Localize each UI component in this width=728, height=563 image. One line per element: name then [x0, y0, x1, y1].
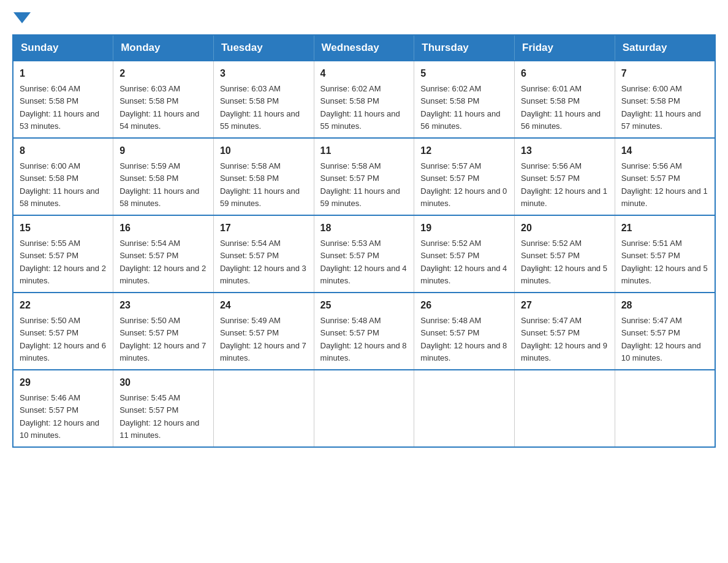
calendar-cell: 25 Sunrise: 5:48 AMSunset: 5:57 PMDaylig…: [314, 293, 414, 370]
calendar-cell: 19 Sunrise: 5:52 AMSunset: 5:57 PMDaylig…: [414, 215, 515, 293]
day-number: 9: [119, 144, 207, 158]
day-info: Sunrise: 5:54 AMSunset: 5:57 PMDaylight:…: [220, 239, 306, 285]
day-number: 23: [119, 298, 207, 313]
day-number: 8: [20, 144, 107, 158]
day-info: Sunrise: 5:50 AMSunset: 5:57 PMDaylight:…: [20, 316, 106, 362]
day-info: Sunrise: 6:02 AMSunset: 5:58 PMDaylight:…: [320, 84, 400, 131]
day-info: Sunrise: 5:46 AMSunset: 5:57 PMDaylight:…: [20, 393, 99, 440]
calendar-cell: 13 Sunrise: 5:56 AMSunset: 5:57 PMDaylig…: [515, 138, 615, 215]
calendar-cell: 12 Sunrise: 5:57 AMSunset: 5:57 PMDaylig…: [414, 138, 515, 215]
day-number: 27: [521, 298, 609, 313]
calendar-week-row: 1 Sunrise: 6:04 AMSunset: 5:58 PMDayligh…: [13, 61, 715, 138]
day-number: 20: [521, 221, 609, 236]
day-info: Sunrise: 6:02 AMSunset: 5:58 PMDaylight:…: [420, 84, 500, 131]
day-number: 22: [20, 298, 107, 313]
calendar-cell: 7 Sunrise: 6:00 AMSunset: 5:58 PMDayligh…: [615, 61, 715, 138]
header-wednesday: Wednesday: [314, 35, 414, 61]
day-info: Sunrise: 5:54 AMSunset: 5:57 PMDaylight:…: [119, 239, 206, 285]
day-info: Sunrise: 6:03 AMSunset: 5:58 PMDaylight:…: [220, 84, 300, 131]
day-info: Sunrise: 5:50 AMSunset: 5:57 PMDaylight:…: [119, 316, 206, 362]
calendar-week-row: 15 Sunrise: 5:55 AMSunset: 5:57 PMDaylig…: [13, 215, 715, 293]
day-info: Sunrise: 6:04 AMSunset: 5:58 PMDaylight:…: [20, 84, 99, 131]
day-info: Sunrise: 5:47 AMSunset: 5:57 PMDaylight:…: [621, 316, 701, 362]
calendar-cell: 16 Sunrise: 5:54 AMSunset: 5:57 PMDaylig…: [113, 215, 214, 293]
calendar-cell: 1 Sunrise: 6:04 AMSunset: 5:58 PMDayligh…: [13, 61, 113, 138]
calendar-cell: 18 Sunrise: 5:53 AMSunset: 5:57 PMDaylig…: [314, 215, 414, 293]
day-number: 4: [320, 66, 408, 81]
day-number: 29: [20, 375, 107, 390]
day-info: Sunrise: 6:03 AMSunset: 5:58 PMDaylight:…: [119, 84, 199, 131]
day-number: 1: [20, 66, 107, 81]
day-number: 16: [119, 221, 207, 236]
day-info: Sunrise: 5:58 AMSunset: 5:58 PMDaylight:…: [220, 161, 300, 208]
calendar-cell: 24 Sunrise: 5:49 AMSunset: 5:57 PMDaylig…: [213, 293, 314, 370]
day-number: 15: [20, 221, 107, 236]
calendar-cell: 8 Sunrise: 6:00 AMSunset: 5:58 PMDayligh…: [13, 138, 113, 215]
logo: [12, 12, 32, 25]
day-number: 26: [420, 298, 508, 313]
day-info: Sunrise: 6:00 AMSunset: 5:58 PMDaylight:…: [20, 161, 99, 208]
calendar-cell: 4 Sunrise: 6:02 AMSunset: 5:58 PMDayligh…: [314, 61, 414, 138]
day-number: 5: [420, 66, 508, 81]
day-number: 6: [521, 66, 609, 81]
day-number: 10: [220, 144, 308, 158]
header-tuesday: Tuesday: [213, 35, 314, 61]
header-monday: Monday: [113, 35, 214, 61]
day-info: Sunrise: 5:49 AMSunset: 5:57 PMDaylight:…: [220, 316, 306, 362]
calendar-cell: 2 Sunrise: 6:03 AMSunset: 5:58 PMDayligh…: [113, 61, 214, 138]
calendar-cell: 28 Sunrise: 5:47 AMSunset: 5:57 PMDaylig…: [615, 293, 715, 370]
calendar-cell: 23 Sunrise: 5:50 AMSunset: 5:57 PMDaylig…: [113, 293, 214, 370]
day-info: Sunrise: 5:58 AMSunset: 5:57 PMDaylight:…: [320, 161, 400, 208]
calendar-cell: 14 Sunrise: 5:56 AMSunset: 5:57 PMDaylig…: [615, 138, 715, 215]
day-info: Sunrise: 5:47 AMSunset: 5:57 PMDaylight:…: [521, 316, 607, 362]
day-info: Sunrise: 6:00 AMSunset: 5:58 PMDaylight:…: [621, 84, 701, 131]
calendar-cell: 26 Sunrise: 5:48 AMSunset: 5:57 PMDaylig…: [414, 293, 515, 370]
day-info: Sunrise: 5:59 AMSunset: 5:58 PMDaylight:…: [119, 161, 199, 208]
day-info: Sunrise: 6:01 AMSunset: 5:58 PMDaylight:…: [521, 84, 601, 131]
day-number: 25: [320, 298, 408, 313]
day-number: 7: [621, 66, 708, 81]
day-number: 13: [521, 144, 609, 158]
day-number: 24: [220, 298, 308, 313]
day-info: Sunrise: 5:48 AMSunset: 5:57 PMDaylight:…: [420, 316, 507, 362]
calendar-cell: 10 Sunrise: 5:58 AMSunset: 5:58 PMDaylig…: [213, 138, 314, 215]
day-number: 12: [420, 144, 508, 158]
day-info: Sunrise: 5:55 AMSunset: 5:57 PMDaylight:…: [20, 239, 106, 285]
header-thursday: Thursday: [414, 35, 515, 61]
day-info: Sunrise: 5:45 AMSunset: 5:57 PMDaylight:…: [119, 393, 199, 440]
day-number: 18: [320, 221, 408, 236]
calendar-table: Sunday Monday Tuesday Wednesday Thursday…: [12, 34, 716, 448]
calendar-cell: [414, 370, 515, 447]
day-number: 19: [420, 221, 508, 236]
day-info: Sunrise: 5:57 AMSunset: 5:57 PMDaylight:…: [420, 161, 507, 208]
header-friday: Friday: [515, 35, 615, 61]
header-sunday: Sunday: [13, 35, 113, 61]
calendar-cell: 29 Sunrise: 5:46 AMSunset: 5:57 PMDaylig…: [13, 370, 113, 447]
calendar-cell: 11 Sunrise: 5:58 AMSunset: 5:57 PMDaylig…: [314, 138, 414, 215]
calendar-cell: 27 Sunrise: 5:47 AMSunset: 5:57 PMDaylig…: [515, 293, 615, 370]
page-header: [12, 12, 716, 25]
calendar-cell: 5 Sunrise: 6:02 AMSunset: 5:58 PMDayligh…: [414, 61, 515, 138]
day-number: 17: [220, 221, 308, 236]
calendar-week-row: 8 Sunrise: 6:00 AMSunset: 5:58 PMDayligh…: [13, 138, 715, 215]
day-info: Sunrise: 5:53 AMSunset: 5:57 PMDaylight:…: [320, 239, 407, 285]
day-info: Sunrise: 5:48 AMSunset: 5:57 PMDaylight:…: [320, 316, 407, 362]
day-number: 11: [320, 144, 408, 158]
day-number: 30: [119, 375, 207, 390]
day-info: Sunrise: 5:52 AMSunset: 5:57 PMDaylight:…: [420, 239, 507, 285]
calendar-cell: 9 Sunrise: 5:59 AMSunset: 5:58 PMDayligh…: [113, 138, 214, 215]
calendar-cell: 21 Sunrise: 5:51 AMSunset: 5:57 PMDaylig…: [615, 215, 715, 293]
calendar-cell: [615, 370, 715, 447]
calendar-cell: 22 Sunrise: 5:50 AMSunset: 5:57 PMDaylig…: [13, 293, 113, 370]
header-row: Sunday Monday Tuesday Wednesday Thursday…: [13, 35, 715, 61]
day-number: 28: [621, 298, 708, 313]
day-info: Sunrise: 5:56 AMSunset: 5:57 PMDaylight:…: [621, 161, 708, 208]
calendar-cell: 30 Sunrise: 5:45 AMSunset: 5:57 PMDaylig…: [113, 370, 214, 447]
calendar-cell: 15 Sunrise: 5:55 AMSunset: 5:57 PMDaylig…: [13, 215, 113, 293]
calendar-cell: [515, 370, 615, 447]
day-number: 21: [621, 221, 708, 236]
calendar-cell: 20 Sunrise: 5:52 AMSunset: 5:57 PMDaylig…: [515, 215, 615, 293]
calendar-body: 1 Sunrise: 6:04 AMSunset: 5:58 PMDayligh…: [13, 61, 715, 447]
calendar-week-row: 22 Sunrise: 5:50 AMSunset: 5:57 PMDaylig…: [13, 293, 715, 370]
calendar-header: Sunday Monday Tuesday Wednesday Thursday…: [13, 35, 715, 61]
